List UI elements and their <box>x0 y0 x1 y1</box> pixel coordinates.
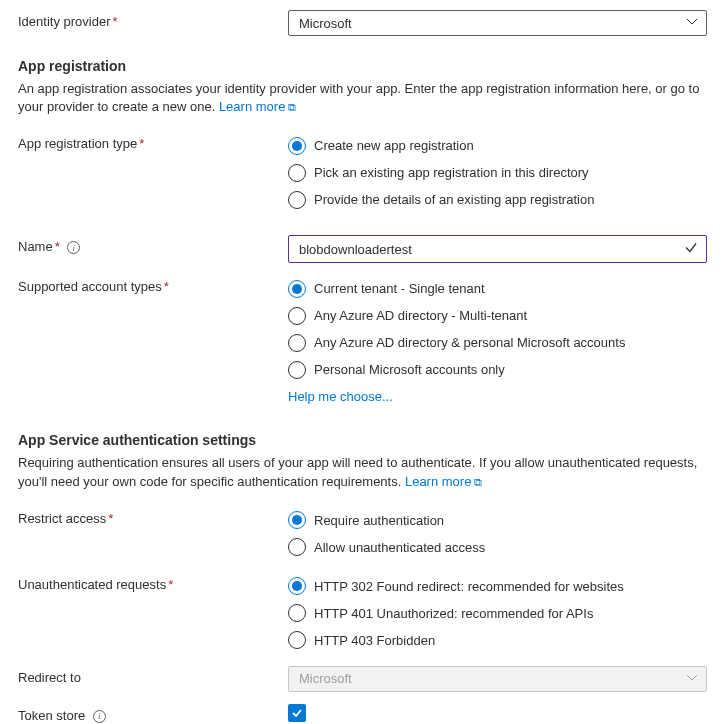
name-value: blobdownloadertest <box>299 242 412 257</box>
radio-allow-unauth[interactable]: Allow unauthenticated access <box>288 534 707 561</box>
app-service-auth-desc: Requiring authentication ensures all use… <box>18 454 707 490</box>
radio-require-auth[interactable]: Require authentication <box>288 507 707 534</box>
radio-icon <box>288 164 306 182</box>
radio-http-302[interactable]: HTTP 302 Found redirect: recommended for… <box>288 573 707 600</box>
restrict-access-label: Restrict access <box>18 511 106 526</box>
required-star: * <box>113 14 118 29</box>
identity-provider-value: Microsoft <box>299 16 352 31</box>
radio-icon <box>288 280 306 298</box>
radio-icon <box>288 307 306 325</box>
radio-icon <box>288 191 306 209</box>
help-me-choose-link[interactable]: Help me choose... <box>288 389 393 404</box>
chevron-down-icon <box>686 16 698 31</box>
name-input[interactable]: blobdownloadertest <box>288 235 707 263</box>
radio-multi-tenant[interactable]: Any Azure AD directory - Multi-tenant <box>288 302 707 329</box>
required-star: * <box>108 511 113 526</box>
radio-http-401[interactable]: HTTP 401 Unauthorized: recommended for A… <box>288 600 707 627</box>
radio-personal-only[interactable]: Personal Microsoft accounts only <box>288 356 707 383</box>
token-store-checkbox[interactable] <box>288 704 306 722</box>
info-icon[interactable]: i <box>67 241 80 254</box>
token-store-label: Token store <box>18 708 85 723</box>
check-icon <box>291 707 303 719</box>
radio-any-azure-personal[interactable]: Any Azure AD directory & personal Micros… <box>288 329 707 356</box>
check-icon <box>684 241 698 258</box>
radio-single-tenant[interactable]: Current tenant - Single tenant <box>288 275 707 302</box>
required-star: * <box>55 239 60 254</box>
supported-acct-label: Supported account types <box>18 279 162 294</box>
radio-icon <box>288 604 306 622</box>
radio-icon <box>288 511 306 529</box>
required-star: * <box>164 279 169 294</box>
radio-http-403[interactable]: HTTP 403 Forbidden <box>288 627 707 654</box>
radio-icon <box>288 538 306 556</box>
name-label: Name <box>18 239 53 254</box>
radio-provide-details[interactable]: Provide the details of an existing app r… <box>288 186 707 213</box>
redirect-to-value: Microsoft <box>299 671 352 686</box>
identity-provider-dropdown[interactable]: Microsoft <box>288 10 707 36</box>
redirect-to-label: Redirect to <box>18 670 81 685</box>
app-reg-type-label: App registration type <box>18 136 137 151</box>
radio-icon <box>288 577 306 595</box>
app-registration-heading: App registration <box>18 58 707 74</box>
radio-icon <box>288 137 306 155</box>
identity-provider-label: Identity provider <box>18 14 111 29</box>
radio-icon <box>288 361 306 379</box>
learn-more-link-auth[interactable]: Learn more <box>405 474 483 489</box>
radio-icon <box>288 631 306 649</box>
required-star: * <box>139 136 144 151</box>
radio-icon <box>288 334 306 352</box>
unauth-requests-label: Unauthenticated requests <box>18 577 166 592</box>
redirect-to-dropdown: Microsoft <box>288 666 707 692</box>
radio-create-new[interactable]: Create new app registration <box>288 132 707 159</box>
chevron-down-icon <box>686 671 698 686</box>
required-star: * <box>168 577 173 592</box>
app-registration-desc: An app registration associates your iden… <box>18 80 707 116</box>
app-service-auth-heading: App Service authentication settings <box>18 432 707 448</box>
info-icon[interactable]: i <box>93 710 106 723</box>
radio-pick-existing[interactable]: Pick an existing app registration in thi… <box>288 159 707 186</box>
learn-more-link-app-reg[interactable]: Learn more <box>219 99 297 114</box>
